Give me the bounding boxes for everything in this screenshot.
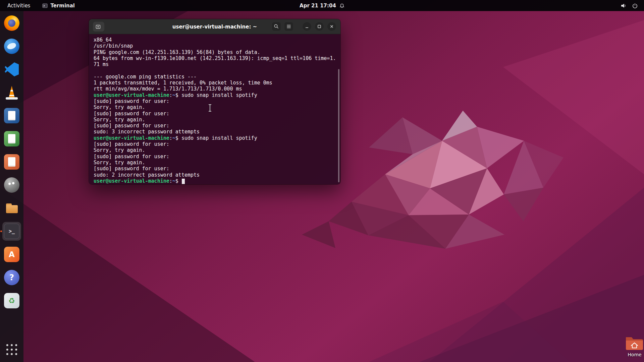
clock-label: Apr 21 17:04 <box>300 3 336 9</box>
terminal-line: user@user-virtual-machine:~$ <box>94 178 338 184</box>
terminal-header: user@user-virtual-machine: ~ <box>89 19 340 34</box>
terminal-line: rtt min/avg/max/mdev = 1.713/1.713/1.713… <box>94 86 338 92</box>
terminal-line: user@user-virtual-machine:~$ sudo snap i… <box>94 135 338 141</box>
minimize-icon <box>305 24 309 29</box>
terminal-line: Sorry, try again. <box>94 160 338 166</box>
menu-icon <box>286 24 291 29</box>
terminal-line: Sorry, try again. <box>94 117 338 123</box>
dock-item-libreoffice-impress[interactable] <box>2 153 21 171</box>
home-folder-shortcut[interactable]: Home <box>622 335 644 357</box>
terminal-line: user@user-virtual-machine:~$ sudo snap i… <box>94 92 338 98</box>
firefox-icon <box>4 15 19 31</box>
terminal-line: PING google.com (142.251.163.139) 56(84)… <box>94 49 338 55</box>
mouse-cursor-ibeam <box>208 104 212 113</box>
thunderbird-icon <box>4 39 19 54</box>
dock-item-libreoffice-writer[interactable] <box>2 106 21 125</box>
terminal-line: [sudo] password for user: <box>94 154 338 160</box>
dock-item-help[interactable] <box>2 268 21 287</box>
dock-item-terminal[interactable] <box>2 222 21 241</box>
terminal-text-cursor <box>182 179 185 184</box>
terminal-line: /usr/bin/snap <box>94 43 338 49</box>
terminal-line: Sorry, try again. <box>94 147 338 153</box>
home-folder-label: Home <box>628 352 641 357</box>
show-applications-button[interactable] <box>2 341 21 358</box>
menu-button[interactable] <box>284 22 293 31</box>
system-status-area <box>621 3 644 9</box>
dock-item-trash[interactable] <box>2 291 21 310</box>
terminal-line: 1 packets transmitted, 1 received, 0% pa… <box>94 80 338 86</box>
top-bar: Activities Terminal Apr 21 17:04 <box>0 0 644 11</box>
volume-icon[interactable] <box>621 3 627 9</box>
terminal-window: user@user-virtual-machine: ~ <box>89 19 340 184</box>
trash-icon <box>4 293 19 308</box>
maximize-icon <box>317 24 322 29</box>
search-icon <box>274 24 279 29</box>
terminal-line: [sudo] password for user: <box>94 98 338 104</box>
maximize-button[interactable] <box>315 22 324 31</box>
dock-item-vlc[interactable] <box>2 83 21 102</box>
dock <box>0 11 23 362</box>
libreoffice-writer-icon <box>4 108 19 123</box>
terminal-line: 71 ms <box>94 61 338 67</box>
terminal-body[interactable]: x86_64/usr/bin/snapPING google.com (142.… <box>89 34 340 184</box>
terminal-scrollbar[interactable] <box>338 69 339 182</box>
libreoffice-calc-icon <box>4 131 19 146</box>
activities-button[interactable]: Activities <box>0 0 38 11</box>
terminal-line: --- google.com ping statistics --- <box>94 74 338 80</box>
dock-apps <box>2 11 21 310</box>
dock-item-vscode[interactable] <box>2 60 21 79</box>
terminal-line: [sudo] password for user: <box>94 123 338 129</box>
terminal-line: [sudo] password for user: <box>94 141 338 147</box>
libreoffice-impress-icon <box>4 154 19 170</box>
close-icon <box>329 24 334 29</box>
gimp-icon <box>4 177 19 193</box>
search-button[interactable] <box>272 22 281 31</box>
terminal-line: x86_64 <box>94 37 338 43</box>
close-button[interactable] <box>327 22 336 31</box>
home-folder-icon <box>625 335 644 351</box>
dock-item-files[interactable] <box>2 199 21 218</box>
terminal-line: sudo: 3 incorrect password attempts <box>94 129 338 135</box>
dock-item-gimp[interactable] <box>2 176 21 194</box>
focused-app-name: Terminal <box>50 3 75 9</box>
dock-item-thunderbird[interactable] <box>2 37 21 56</box>
help-icon <box>4 270 19 285</box>
dock-item-firefox[interactable] <box>2 14 21 33</box>
notification-bell-icon <box>339 3 344 8</box>
vscode-icon <box>5 62 19 76</box>
terminal-glyph-icon <box>42 3 48 8</box>
vlc-icon <box>4 85 19 100</box>
files-icon <box>4 200 19 216</box>
dock-item-ubuntu-software[interactable] <box>2 245 21 264</box>
clock-button[interactable]: Apr 21 17:04 <box>300 3 344 9</box>
terminal-line: [sudo] password for user: <box>94 111 338 117</box>
power-icon[interactable] <box>632 3 638 9</box>
terminal-line: sudo: 2 incorrect password attempts <box>94 172 338 178</box>
terminal-line <box>94 67 338 73</box>
focused-app-indicator[interactable]: Terminal <box>42 3 75 9</box>
terminal-icon <box>4 224 19 239</box>
dock-item-libreoffice-calc[interactable] <box>2 129 21 148</box>
minimize-button[interactable] <box>302 22 312 31</box>
ubuntu-software-icon <box>4 247 19 262</box>
running-indicator-dot <box>0 231 2 232</box>
terminal-output: x86_64/usr/bin/snapPING google.com (142.… <box>94 37 338 184</box>
terminal-line: Sorry, try again. <box>94 104 338 110</box>
terminal-line: [sudo] password for user: <box>94 166 338 172</box>
show-applications-icon <box>5 343 18 356</box>
terminal-line: 64 bytes from wv-in-f139.1e100.net (142.… <box>94 55 338 61</box>
